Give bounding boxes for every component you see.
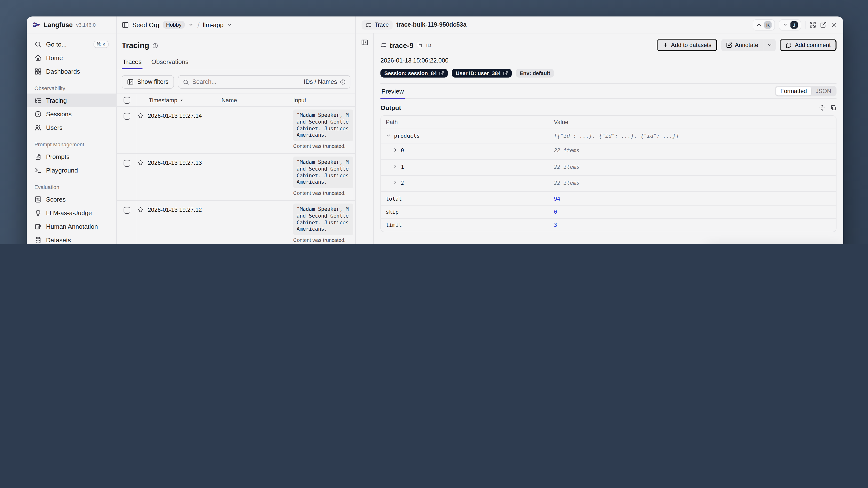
org-chevron-down-icon[interactable] <box>188 22 194 28</box>
prev-trace-button[interactable]: K <box>753 19 775 30</box>
sidebar-item-scores[interactable]: Scores <box>31 192 113 206</box>
close-icon[interactable] <box>831 21 837 28</box>
sessions-icon <box>34 110 42 118</box>
sidebar: Go to...⌘ KHomeDashboardsObservabilityTr… <box>27 33 117 244</box>
output-row-skip[interactable]: skip0 <box>381 206 836 219</box>
output-value: 22 items <box>554 147 836 154</box>
traces-table: Timestamp Name Input 2026-01-13 19:27:14… <box>117 94 355 244</box>
select-all-checkbox[interactable] <box>123 97 130 103</box>
goto-shortcut: ⌘ K <box>93 40 108 48</box>
table-row[interactable]: 2026-01-13 19:27:14"Madam Speaker, Mand … <box>117 106 355 154</box>
table-row[interactable]: 2026-01-13 19:27:13"Madam Speaker, Mand … <box>117 154 355 201</box>
external-link-icon <box>503 71 508 75</box>
add-comment-button[interactable]: Add comment <box>780 39 837 51</box>
sidebar-item-tracing[interactable]: Tracing <box>27 94 116 107</box>
search-input[interactable] <box>192 79 300 85</box>
sidebar-item-goto[interactable]: Go to...⌘ K <box>31 37 113 51</box>
expander-icon[interactable] <box>393 180 398 186</box>
search-mode[interactable]: IDs / Names <box>304 79 346 85</box>
expander-icon[interactable] <box>386 132 391 139</box>
tab-observations[interactable]: Observations <box>151 56 189 69</box>
star-icon[interactable] <box>137 207 144 213</box>
row-checkbox[interactable] <box>123 160 130 167</box>
table-row[interactable]: 2026-01-13 19:27:12"Madam Speaker, Mand … <box>117 201 355 244</box>
expander-icon[interactable] <box>393 147 398 154</box>
row-checkbox[interactable] <box>123 113 130 120</box>
row-checkbox[interactable] <box>123 207 130 214</box>
input-column-header[interactable]: Input <box>293 97 355 103</box>
expander-icon[interactable] <box>393 164 398 170</box>
truncated-note: Content was truncated. <box>293 237 353 243</box>
output-json-table: Path Value products[{"id": ...}, {"id": … <box>380 115 837 232</box>
output-path: 0 <box>401 147 404 154</box>
format-option-formatted[interactable]: Formatted <box>776 87 811 95</box>
expand-icon[interactable] <box>809 21 816 28</box>
output-row-0[interactable]: 022 items <box>381 144 836 160</box>
star-icon[interactable] <box>137 159 144 166</box>
annotate-button[interactable]: Annotate <box>721 39 763 51</box>
dashboards-icon <box>34 68 42 75</box>
output-row-products[interactable]: products[{"id": ...}, {"id": ...}, {"id"… <box>381 128 836 144</box>
org-name[interactable]: Seed Org <box>132 21 159 28</box>
star-icon[interactable] <box>137 113 144 119</box>
sidebar-item-human-annotation[interactable]: Human Annotation <box>31 219 113 233</box>
panel-open-icon[interactable] <box>361 39 368 244</box>
plus-icon <box>662 42 668 48</box>
tab-preview[interactable]: Preview <box>380 84 405 98</box>
next-trace-button[interactable]: J <box>779 19 801 30</box>
copy-icon[interactable] <box>830 105 837 111</box>
output-row-limit[interactable]: limit3 <box>381 219 836 232</box>
trace-peek-header: Trace trace-bulk-119-950dc53a K J <box>356 17 843 33</box>
trace-tree-icon <box>380 42 386 48</box>
copy-icon[interactable] <box>417 42 423 48</box>
page-title: Tracing <box>122 41 149 50</box>
sidebar-item-llm-as-a-judge[interactable]: LLM-as-a-Judge <box>31 206 113 219</box>
timestamp-column-header[interactable]: Timestamp <box>137 97 221 103</box>
sidebar-toggle-icon[interactable] <box>122 21 129 28</box>
external-link-icon <box>439 71 444 75</box>
comment-icon <box>786 42 792 48</box>
output-section-title: Output <box>380 104 401 112</box>
project-chevron-down-icon[interactable] <box>227 22 233 28</box>
langfuse-window: Langfuse v3.146.0 Seed Org Hobby / llm-a… <box>27 17 843 244</box>
sidebar-item-dashboards[interactable]: Dashboards <box>31 64 113 78</box>
format-option-json[interactable]: JSON <box>811 87 836 95</box>
row-name <box>221 154 293 200</box>
name-column-header[interactable]: Name <box>221 97 293 103</box>
sidebar-item-playground[interactable]: Playground <box>31 163 113 177</box>
sidebar-item-users[interactable]: Users <box>31 121 113 134</box>
star-icon <box>137 113 144 119</box>
trace-name: trace-9 <box>390 41 413 49</box>
show-filters-button[interactable]: Show filters <box>122 75 174 89</box>
output-row-1[interactable]: 122 items <box>381 160 836 176</box>
panel-left-icon <box>122 21 129 28</box>
open-in-new-icon[interactable] <box>820 21 827 28</box>
row-timestamp: 2026-01-13 19:27:12 <box>148 207 202 213</box>
copy-icon <box>830 105 837 111</box>
trace-type-chip: Trace <box>362 20 393 29</box>
sidebar-item-sessions[interactable]: Sessions <box>31 107 113 121</box>
output-row-total[interactable]: total94 <box>381 192 836 206</box>
add-to-datasets-button[interactable]: Add to datasets <box>656 39 717 51</box>
search-box[interactable]: IDs / Names <box>178 75 350 89</box>
sidebar-item-datasets[interactable]: Datasets <box>31 233 113 244</box>
annotate-dropdown-button[interactable] <box>763 39 776 51</box>
output-row-2[interactable]: 222 items <box>381 176 836 192</box>
badge-user-id[interactable]: User ID: user_384 <box>452 69 512 78</box>
output-path: 1 <box>401 164 404 170</box>
sidebar-item-prompts[interactable]: Prompts <box>31 150 113 163</box>
app-version: v3.146.0 <box>76 22 96 28</box>
badge-session[interactable]: Session: session_84 <box>380 69 448 78</box>
comment-icon <box>786 42 792 48</box>
sidebar-item-home[interactable]: Home <box>31 51 113 64</box>
project-name[interactable]: llm-app <box>203 21 223 28</box>
row-input-preview: "Madam Speaker, Mand Second GentleCabine… <box>293 110 353 141</box>
tab-traces[interactable]: Traces <box>122 56 143 69</box>
info-icon[interactable] <box>152 43 158 49</box>
truncated-note: Content was truncated. <box>293 190 353 196</box>
chevron-down-icon <box>386 132 391 138</box>
trace-timestamp: 2026-01-13 15:06:22.000 <box>380 57 837 64</box>
trace-detail-panel: trace-9 ID Add to datasets Ann <box>356 33 843 244</box>
unfold-vertical-icon[interactable] <box>819 105 825 111</box>
sort-desc-icon <box>180 98 184 102</box>
